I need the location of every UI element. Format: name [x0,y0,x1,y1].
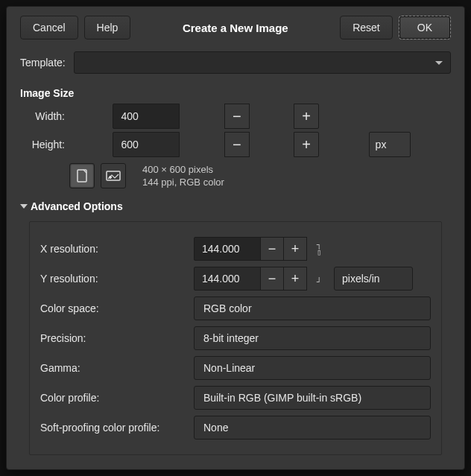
x-resolution-input[interactable]: 144.000 [194,237,261,261]
y-resolution-decrement-button[interactable]: − [260,267,284,291]
image-size-heading: Image Size [20,87,451,99]
advanced-options-panel: X resolution: 144.000 − + ┐▯ Y resolutio… [29,221,442,455]
y-resolution-input[interactable]: 144.000 [194,267,261,291]
color-profile-label: Color profile: [40,392,189,404]
template-label: Template: [20,57,68,69]
size-unit-select[interactable]: px [369,132,411,157]
reset-button[interactable]: Reset [340,16,393,39]
x-resolution-decrement-button[interactable]: − [260,237,284,261]
svg-rect-1 [107,171,120,180]
precision-select[interactable]: 8-bit integer [194,326,431,350]
width-decrement-button[interactable]: − [224,104,250,129]
resolution-link-icon: ┘ [313,271,325,286]
soft-proof-select[interactable]: None [194,416,431,439]
resolution-link-icon[interactable]: ┐▯ [313,241,325,256]
chevron-down-icon [435,61,443,65]
image-info-resolution: 144 ppi, RGB color [142,176,224,188]
precision-label: Precision: [40,332,189,344]
x-resolution-label: X resolution: [40,243,189,255]
color-space-label: Color space: [40,302,189,314]
landscape-orientation-button[interactable] [101,163,126,188]
triangle-down-icon [20,204,28,209]
x-resolution-increment-button[interactable]: + [283,237,307,261]
width-input[interactable]: 400 [113,104,180,129]
color-profile-select[interactable]: Built-in RGB (GIMP built-in sRGB) [194,386,431,410]
size-unit-value: px [376,139,387,150]
soft-proof-label: Soft-proofing color profile: [40,422,189,434]
height-increment-button[interactable]: + [294,132,319,157]
dialog-title: Create a New Image [136,22,334,34]
color-space-select[interactable]: RGB color [194,296,431,320]
gamma-select[interactable]: Non-Linear [194,356,431,380]
width-label: Width: [29,110,68,122]
height-label: Height: [29,139,68,150]
width-increment-button[interactable]: + [294,104,319,129]
resolution-unit-select[interactable]: pixels/in [334,267,413,291]
gamma-label: Gamma: [40,362,189,374]
image-info-text: 400 × 600 pixels 144 ppi, RGB color [142,163,224,188]
help-button[interactable]: Help [84,16,131,39]
y-resolution-increment-button[interactable]: + [283,267,307,291]
cancel-button[interactable]: Cancel [20,16,78,39]
y-resolution-label: Y resolution: [40,273,189,285]
advanced-options-label: Advanced Options [31,200,123,212]
image-info-dimensions: 400 × 600 pixels [142,163,224,176]
ok-button[interactable]: OK [399,16,451,39]
height-input[interactable]: 600 [113,132,180,157]
height-decrement-button[interactable]: − [224,132,250,157]
portrait-orientation-button[interactable] [69,163,95,188]
template-select[interactable] [74,51,451,74]
advanced-options-expander[interactable]: Advanced Options [20,200,451,212]
